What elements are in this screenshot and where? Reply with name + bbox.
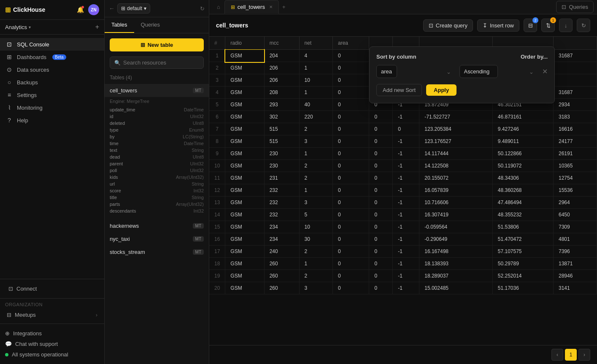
cell-col7[interactable]: 18.289037: [419, 270, 493, 282]
cell-col7[interactable]: -0.059564: [419, 221, 493, 233]
cell-net[interactable]: 3: [299, 135, 332, 148]
cell-col6[interactable]: -1: [393, 197, 419, 209]
cell-area[interactable]: 0: [332, 148, 369, 160]
row-number[interactable]: 6: [209, 111, 225, 123]
tab-close-icon[interactable]: ✕: [269, 5, 273, 9]
row-number[interactable]: 1: [209, 50, 225, 62]
cell-radio[interactable]: GSM: [225, 270, 264, 282]
cell-area[interactable]: 0: [332, 233, 369, 245]
row-number[interactable]: 13: [209, 197, 225, 209]
create-query-button[interactable]: ⊡ Create query: [423, 19, 473, 32]
col-mcc-header[interactable]: mcc: [264, 37, 299, 50]
cell-radio[interactable]: GSM: [225, 258, 264, 270]
cell-mcc[interactable]: 515: [264, 123, 299, 135]
cell-mcc[interactable]: 232: [264, 184, 299, 197]
cell-radio[interactable]: GSM: [225, 160, 264, 172]
cell-mcc[interactable]: 260: [264, 258, 299, 270]
cell-radio[interactable]: GSM: [225, 221, 264, 233]
row-number[interactable]: 11: [209, 172, 225, 184]
cell-mcc[interactable]: 515: [264, 135, 299, 148]
cell-col8[interactable]: 51.470472: [492, 233, 553, 245]
cell-net[interactable]: 2: [299, 123, 332, 135]
cell-net[interactable]: 10: [299, 74, 332, 86]
cell-col8[interactable]: 57.107575: [492, 245, 553, 258]
cell-col7[interactable]: 16.167498: [419, 245, 493, 258]
cell-col6[interactable]: -1: [393, 135, 419, 148]
cell-area[interactable]: 0: [332, 160, 369, 172]
row-number[interactable]: 4: [209, 86, 225, 99]
cell-col8[interactable]: 50.122866: [492, 148, 553, 160]
search-box[interactable]: 🔍: [110, 57, 204, 69]
col-9-header[interactable]: [553, 37, 597, 50]
cell-net[interactable]: 1: [299, 258, 332, 270]
cell-radio[interactable]: GSM: [225, 282, 264, 294]
cell-area[interactable]: 0: [332, 282, 369, 294]
cell-col7[interactable]: 18.138393: [419, 258, 493, 270]
row-number[interactable]: 12: [209, 184, 225, 197]
cell-col6[interactable]: -1: [393, 258, 419, 270]
row-number[interactable]: 16: [209, 233, 225, 245]
cell-col6[interactable]: -1: [393, 245, 419, 258]
cell-mcc[interactable]: 232: [264, 197, 299, 209]
row-number[interactable]: 18: [209, 258, 225, 270]
refresh-table-button[interactable]: ↻: [577, 19, 590, 32]
cell-mcc[interactable]: 204: [264, 50, 299, 62]
cell-area[interactable]: 0: [332, 62, 369, 74]
tab-queries[interactable]: Queries: [134, 17, 167, 33]
integrations-button[interactable]: ⊕ Integrations: [5, 328, 99, 339]
add-sort-button[interactable]: Add new Sort: [376, 84, 422, 96]
page-1-button[interactable]: 1: [565, 349, 577, 361]
cell-col6[interactable]: -1: [393, 270, 419, 282]
cell-col8[interactable]: 47.486494: [492, 197, 553, 209]
cell-col9[interactable]: 12754: [553, 172, 597, 184]
table-item-cell-towers[interactable]: cell_towers MT: [105, 84, 209, 97]
cell-col5[interactable]: 0: [369, 245, 393, 258]
new-table-button[interactable]: ⊞ New table: [110, 38, 204, 51]
tab-tables[interactable]: Tables: [105, 17, 134, 33]
cell-net[interactable]: 4: [299, 50, 332, 62]
cell-col9[interactable]: 31687: [553, 86, 597, 99]
cell-col7[interactable]: 20.155072: [419, 172, 493, 184]
cell-radio[interactable]: GSM: [225, 233, 264, 245]
cell-net[interactable]: 1: [299, 86, 332, 99]
cell-mcc[interactable]: 231: [264, 172, 299, 184]
cell-col9[interactable]: 3141: [553, 282, 597, 294]
row-number[interactable]: 17: [209, 245, 225, 258]
cell-area[interactable]: 0: [332, 50, 369, 62]
cell-col9[interactable]: 28946: [553, 270, 597, 282]
cell-col7[interactable]: 14.117444: [419, 148, 493, 160]
cell-net[interactable]: 30: [299, 233, 332, 245]
sort-order-select[interactable]: Ascending Descending: [459, 65, 498, 78]
cell-area[interactable]: 0: [332, 99, 369, 111]
cell-col6[interactable]: 0: [393, 123, 419, 135]
row-number[interactable]: 5: [209, 99, 225, 111]
cell-col5[interactable]: 0: [369, 172, 393, 184]
cell-net[interactable]: 2: [299, 172, 332, 184]
cell-mcc[interactable]: 230: [264, 148, 299, 160]
apply-sort-button[interactable]: Apply: [426, 84, 457, 96]
cell-mcc[interactable]: 260: [264, 282, 299, 294]
cell-col7[interactable]: 15.002485: [419, 282, 493, 294]
cell-area[interactable]: 0: [332, 245, 369, 258]
cell-net[interactable]: 220: [299, 111, 332, 123]
table-item-stocks-stream[interactable]: stocks_stream MT: [105, 245, 209, 259]
row-number[interactable]: 3: [209, 74, 225, 86]
cell-col5[interactable]: 0: [369, 233, 393, 245]
cell-col9[interactable]: 26191: [553, 148, 597, 160]
cell-col5[interactable]: 0: [369, 221, 393, 233]
row-number[interactable]: 10: [209, 160, 225, 172]
sort-close-button[interactable]: ✕: [542, 67, 548, 75]
cell-col6[interactable]: -1: [393, 221, 419, 233]
cell-col6[interactable]: -1: [393, 282, 419, 294]
row-number[interactable]: 2: [209, 62, 225, 74]
sort-column-select[interactable]: area: [376, 65, 397, 78]
col-radio-header[interactable]: radio: [225, 37, 264, 50]
cell-col7[interactable]: -71.522727: [419, 111, 493, 123]
cell-col7[interactable]: 14.122508: [419, 160, 493, 172]
col-net-header[interactable]: net: [299, 37, 332, 50]
cell-mcc[interactable]: 232: [264, 209, 299, 221]
table-item-hackernews[interactable]: hackernews MT: [105, 219, 209, 232]
cell-mcc[interactable]: 206: [264, 74, 299, 86]
cell-col7[interactable]: 123.205384: [419, 123, 493, 135]
workspace-selector[interactable]: Analytics ▾ +: [0, 20, 104, 35]
